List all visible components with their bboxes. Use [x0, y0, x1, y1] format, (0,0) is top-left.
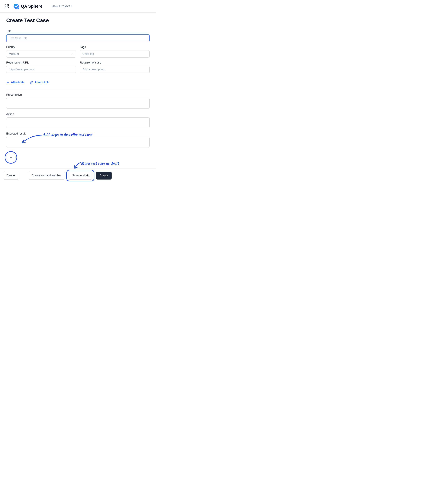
- action-label: Action: [6, 113, 150, 116]
- title-field-group: Title: [6, 30, 150, 42]
- tags-label: Tags: [80, 45, 150, 49]
- req-title-field-group: Requirement title: [80, 61, 150, 73]
- create-add-another-button[interactable]: Create and add another: [28, 172, 65, 180]
- create-button[interactable]: Create: [96, 172, 112, 180]
- req-url-label: Requirement URL: [6, 61, 76, 64]
- top-bar: QA Sphere New Project 1: [0, 0, 156, 13]
- plus-icon: [9, 156, 13, 159]
- chevron-down-icon: [70, 53, 73, 55]
- add-step-button[interactable]: [6, 153, 16, 162]
- priority-value: Medium: [9, 52, 19, 55]
- main-content: Create Test Case Title Priority Medium T…: [0, 13, 156, 168]
- footer-actions: Cancel Create and add another Save as dr…: [0, 168, 156, 183]
- priority-field-group: Priority Medium: [6, 45, 76, 58]
- precondition-label: Precondition: [6, 93, 150, 96]
- precondition-input[interactable]: [6, 98, 150, 109]
- tags-input[interactable]: [80, 50, 150, 58]
- priority-select[interactable]: Medium: [6, 50, 76, 58]
- project-breadcrumb[interactable]: New Project 1: [51, 4, 73, 8]
- req-url-input[interactable]: [6, 66, 76, 73]
- save-as-draft-button[interactable]: Save as draft: [69, 172, 92, 180]
- app-name: QA Sphere: [21, 4, 43, 9]
- action-field-group: Action: [6, 113, 150, 129]
- attach-link-button[interactable]: Attach link: [30, 81, 49, 84]
- expected-input[interactable]: [6, 137, 150, 147]
- attach-file-label: Attach file: [11, 81, 25, 84]
- header-separator: [47, 4, 47, 9]
- annotation-steps-note: Add steps to describe test case: [43, 132, 92, 137]
- qa-sphere-logo-icon: [13, 3, 19, 9]
- divider: [6, 89, 150, 89]
- req-title-input[interactable]: [80, 66, 150, 73]
- title-input[interactable]: [6, 34, 150, 42]
- attach-file-button[interactable]: Attach file: [6, 81, 25, 84]
- link-icon: [30, 81, 33, 84]
- action-input[interactable]: [6, 117, 150, 128]
- req-url-field-group: Requirement URL: [6, 61, 76, 73]
- req-title-label: Requirement title: [80, 61, 150, 64]
- precondition-field-group: Precondition: [6, 93, 150, 109]
- annotation-draft-note: Mark test case as draft: [81, 161, 119, 166]
- cancel-button[interactable]: Cancel: [3, 172, 19, 180]
- app-logo[interactable]: QA Sphere: [13, 3, 43, 9]
- page-title: Create Test Case: [6, 17, 150, 23]
- title-label: Title: [6, 30, 150, 33]
- tags-field-group: Tags: [80, 45, 150, 58]
- apps-grid-icon[interactable]: [5, 4, 9, 8]
- plus-icon: [6, 81, 9, 84]
- priority-label: Priority: [6, 45, 76, 49]
- attach-link-label: Attach link: [34, 81, 49, 84]
